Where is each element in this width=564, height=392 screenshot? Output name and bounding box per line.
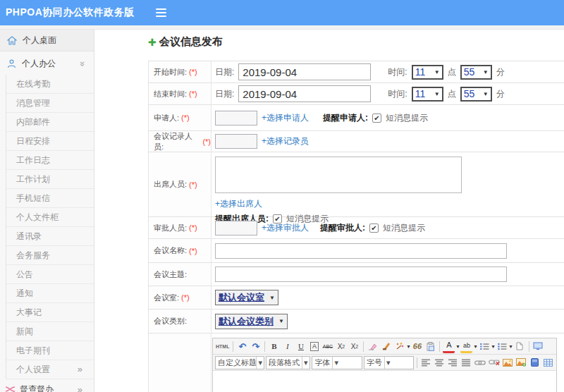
choose-recorder-link[interactable]: +选择记录员 xyxy=(262,135,309,147)
bold-icon[interactable]: B xyxy=(268,340,280,353)
caret-down-icon[interactable]: ▾ xyxy=(474,343,477,350)
sidebar-item-sms[interactable]: 手机短信 xyxy=(6,189,94,208)
attendees-textarea[interactable] xyxy=(215,157,462,193)
insert-image-plus-icon[interactable] xyxy=(515,356,527,369)
caret-down-icon: ▼ xyxy=(434,69,440,75)
sidebar-item-desktop[interactable]: 个人桌面 xyxy=(0,30,94,51)
sms-remind-checkbox[interactable] xyxy=(369,223,379,233)
caret-down-icon: ▾ xyxy=(384,357,392,369)
new-page-icon[interactable] xyxy=(514,340,526,353)
sidebar-item-contacts[interactable]: 通讯录 xyxy=(6,227,94,246)
caret-down-icon: ▾ xyxy=(332,357,340,369)
fullscreen-icon[interactable] xyxy=(532,340,544,353)
font-family-select[interactable]: 字体▾ xyxy=(312,356,362,369)
eraser-icon[interactable] xyxy=(367,340,379,353)
align-justify-icon[interactable] xyxy=(460,356,472,369)
start-minute-select[interactable]: 55▼ xyxy=(460,65,492,80)
end-minute-select[interactable]: 55▼ xyxy=(460,87,492,102)
underline-icon[interactable]: U xyxy=(295,340,307,353)
caret-down-icon[interactable]: ▾ xyxy=(456,343,459,350)
meeting-category-select[interactable]: 默认会议类别▼ xyxy=(215,314,288,329)
subscript-icon[interactable]: X2 xyxy=(348,340,360,353)
sidebar-item-notice[interactable]: 通知 xyxy=(6,284,94,303)
align-center-icon[interactable] xyxy=(434,356,446,369)
sidebar-item-personal-settings[interactable]: 个人设置 » xyxy=(6,360,94,379)
choose-attendees-link[interactable]: +选择出席人 xyxy=(215,198,262,210)
undo-icon[interactable]: ↶ xyxy=(236,340,248,353)
page-title: 会议信息发布 xyxy=(159,35,223,49)
sms-remind-label: 短消息提示 xyxy=(386,112,428,124)
ordered-list-icon[interactable] xyxy=(479,340,491,353)
italic-icon[interactable]: I xyxy=(281,340,293,353)
sidebar-item-work-log[interactable]: 工作日志 xyxy=(6,151,94,170)
blockquote-icon[interactable]: 66 xyxy=(411,340,423,353)
inline-style-icon[interactable]: A xyxy=(310,342,319,351)
end-hour-select[interactable]: 11▼ xyxy=(412,87,443,102)
meeting-name-input[interactable] xyxy=(215,243,507,259)
align-right-icon[interactable] xyxy=(447,356,459,369)
paste-icon[interactable] xyxy=(424,340,436,353)
rich-text-editor: HTML ↶ ↷ B I U A ABC X2 X2 xyxy=(212,338,557,392)
caret-down-icon: ▾ xyxy=(302,357,309,369)
applicant-input[interactable] xyxy=(215,111,257,125)
sidebar-item-work-plan[interactable]: 工作计划 xyxy=(6,170,94,189)
sidebar-item-schedule[interactable]: 日程安排 xyxy=(6,132,94,151)
end-date-input[interactable] xyxy=(238,85,371,102)
sidebar-item-messages[interactable]: 消息管理 xyxy=(6,94,94,113)
caret-down-icon[interactable]: ▾ xyxy=(510,343,513,350)
sidebar-item-office[interactable]: 个人办公 » xyxy=(0,53,94,75)
unordered-list-icon[interactable] xyxy=(496,340,508,353)
meeting-topic-input[interactable] xyxy=(215,267,507,282)
superscript-icon[interactable]: X2 xyxy=(335,340,347,353)
field-label: 会议室:(*) xyxy=(149,286,212,309)
form-row-content-editor: HTML ↶ ↷ B I U A ABC X2 X2 xyxy=(149,333,564,392)
form-row-approver: 审批人员:(*) +选择审批人 提醒审批人: 短消息提示 xyxy=(149,217,564,239)
format-brush-icon[interactable] xyxy=(380,340,392,353)
link-icon[interactable] xyxy=(474,356,486,369)
start-hour-select[interactable]: 11▼ xyxy=(412,65,443,80)
spray-color-icon[interactable] xyxy=(393,340,405,353)
meeting-room-select[interactable]: 默认会议室▼ xyxy=(215,290,278,305)
heading-select[interactable]: 自定义标题▾ xyxy=(215,356,264,369)
field-label xyxy=(149,333,212,392)
sidebar-item-events[interactable]: 大事记 xyxy=(6,303,94,322)
hamburger-menu-icon[interactable] xyxy=(156,8,166,17)
sidebar-item-news[interactable]: 新闻 xyxy=(6,322,94,341)
html-source-button[interactable]: HTML xyxy=(215,340,230,353)
choose-approver-link[interactable]: +选择审批人 xyxy=(262,222,309,234)
sidebar-item-attendance[interactable]: 在线考勤 xyxy=(6,75,94,94)
image-icon[interactable] xyxy=(502,356,514,369)
font-size-select[interactable]: 字号▾ xyxy=(364,356,414,369)
sidebar-item-internal-mail[interactable]: 内部邮件 xyxy=(6,113,94,132)
field-label: 会议名称:(*) xyxy=(149,239,212,262)
sidebar-item-e-journal[interactable]: 电子期刊 xyxy=(6,341,94,360)
editor-content-area[interactable] xyxy=(213,371,556,392)
unlink-icon[interactable] xyxy=(488,356,501,369)
caret-down-icon[interactable]: ▾ xyxy=(407,343,410,350)
sidebar-item-file-cabinet[interactable]: 个人文件柜 xyxy=(6,208,94,227)
sidebar-item-supervision[interactable]: 督查督办 » xyxy=(0,379,94,392)
sidebar-item-label: 个人办公 xyxy=(22,58,56,70)
recorder-input[interactable] xyxy=(215,134,257,149)
sidebar-item-meeting-service[interactable]: 会务服务 xyxy=(6,246,94,265)
field-label: 出席人员:(*) xyxy=(149,152,212,216)
table-icon[interactable] xyxy=(542,356,554,369)
caret-down-icon[interactable]: ▾ xyxy=(492,343,495,350)
sidebar: 个人桌面 个人办公 » 在线考勤 消息管理 内部邮件 日程安排 工作日志 工作计… xyxy=(0,30,94,392)
redo-icon[interactable]: ↷ xyxy=(250,340,262,353)
highlight-color-icon[interactable]: ab xyxy=(460,340,472,353)
align-left-icon[interactable] xyxy=(420,356,432,369)
font-color-icon[interactable]: A xyxy=(443,340,455,353)
chevron-double-right-icon: » xyxy=(78,360,82,379)
start-date-input[interactable] xyxy=(238,63,371,80)
approver-input[interactable] xyxy=(215,221,257,235)
add-icon: ✚ xyxy=(148,37,157,48)
media-icon[interactable] xyxy=(529,356,541,369)
editor-toolbar-row2: 自定义标题▾ 段落格式▾ 字体▾ 字号▾ xyxy=(213,355,556,371)
sidebar-item-announcement[interactable]: 公告 xyxy=(6,265,94,284)
choose-applicant-link[interactable]: +选择申请人 xyxy=(262,112,309,124)
paragraph-format-select[interactable]: 段落格式▾ xyxy=(266,356,310,369)
sms-remind-checkbox[interactable] xyxy=(372,114,381,123)
strikethrough-icon[interactable]: ABC xyxy=(321,340,333,353)
hour-unit: 点 xyxy=(448,66,456,78)
